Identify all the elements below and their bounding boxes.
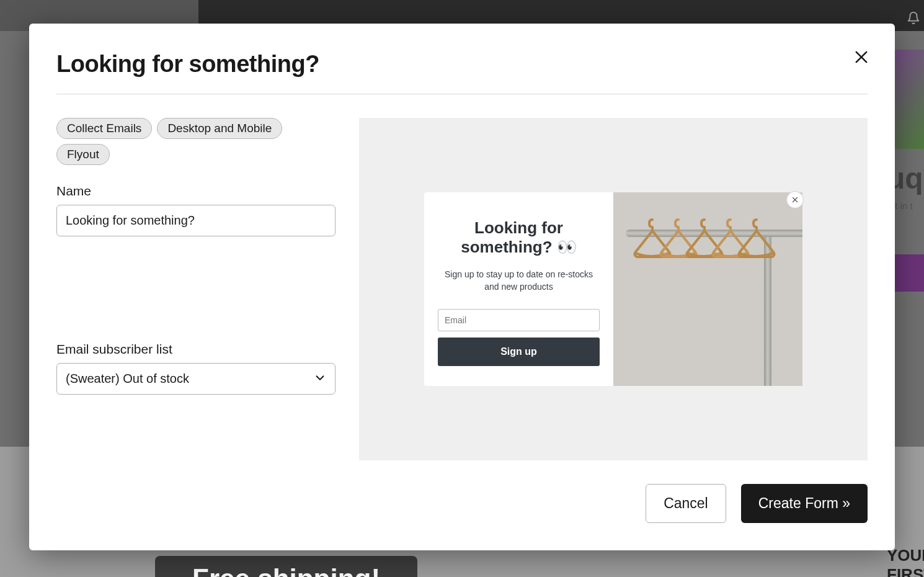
modal-divider (56, 94, 868, 94)
tag-collect-emails: Collect Emails (56, 118, 152, 139)
preview-close-icon[interactable] (786, 191, 804, 208)
preview-subtitle: Sign up to stay up to date on re-stocks … (438, 268, 600, 293)
name-label: Name (56, 184, 335, 199)
preview-panel: Looking for something? 👀 Sign up to stay… (359, 118, 868, 460)
preview-email-input[interactable] (438, 309, 600, 331)
tag-flyout: Flyout (56, 144, 110, 165)
preview-title: Looking for something? 👀 (438, 218, 600, 257)
tag-group: Collect Emails Desktop and Mobile Flyout (56, 118, 335, 165)
form-left-column: Collect Emails Desktop and Mobile Flyout… (56, 118, 335, 460)
name-input[interactable] (56, 205, 335, 236)
cancel-button[interactable]: Cancel (646, 484, 726, 523)
modal-footer: Cancel Create Form » (56, 484, 868, 523)
tag-desktop-mobile: Desktop and Mobile (157, 118, 282, 139)
subscriber-list-select[interactable]: (Sweater) Out of stock (56, 363, 335, 395)
subscriber-list-value: (Sweater) Out of stock (66, 372, 189, 386)
preview-flyout: Looking for something? 👀 Sign up to stay… (424, 192, 802, 387)
create-form-button[interactable]: Create Form » (741, 484, 868, 523)
list-label: Email subscriber list (56, 342, 335, 357)
modal-title: Looking for something? (56, 51, 868, 78)
create-form-modal: Looking for something? Collect Emails De… (29, 24, 895, 550)
preview-image (613, 192, 802, 387)
preview-signup-button[interactable]: Sign up (438, 338, 600, 366)
close-icon[interactable] (853, 48, 870, 68)
modal-overlay: Looking for something? Collect Emails De… (0, 0, 924, 577)
